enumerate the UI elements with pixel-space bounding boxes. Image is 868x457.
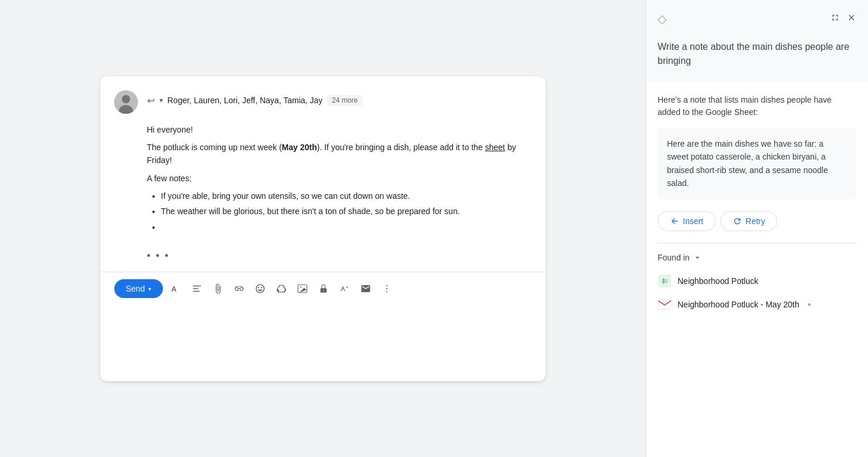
recipients: Roger, Lauren, Lori, Jeff, Naya, Tamia, … xyxy=(168,96,323,105)
avatar xyxy=(114,90,138,114)
bullet-list: If you're able, bring your own utensils,… xyxy=(147,189,532,233)
insert-button[interactable]: Insert xyxy=(658,211,716,231)
email-meta: ↩ ▾ Roger, Lauren, Lori, Jeff, Naya, Tam… xyxy=(147,90,363,106)
send-label: Send xyxy=(126,284,145,293)
found-in-header[interactable]: Found in xyxy=(658,253,856,262)
bullet-item-2: The weather will be glorious, but there … xyxy=(161,205,532,218)
photo-icon[interactable] xyxy=(294,280,311,297)
avatar-image xyxy=(114,90,138,114)
ai-result-section: Here's a note that lists main dishes peo… xyxy=(646,82,868,457)
drive-icon[interactable] xyxy=(273,280,290,297)
retry-button[interactable]: Retry xyxy=(720,211,777,231)
found-item-label-1: Neighborhood Potluck xyxy=(678,276,758,286)
bullet-item-1: If you're able, bring your own utensils,… xyxy=(161,189,532,202)
svg-point-10 xyxy=(323,290,324,291)
found-item-dot: ● xyxy=(808,301,811,307)
expand-button[interactable] xyxy=(830,13,840,25)
lock-icon[interactable] xyxy=(315,280,332,297)
link-icon[interactable] xyxy=(231,280,247,297)
found-in-label: Found in xyxy=(658,253,689,262)
email-main: ↩ ▾ Roger, Lauren, Lori, Jeff, Naya, Tam… xyxy=(0,0,645,457)
close-button[interactable] xyxy=(847,13,856,25)
formatting-icon[interactable] xyxy=(189,280,205,297)
greeting: Hi everyone! xyxy=(147,123,532,136)
found-item-sheets[interactable]: Neighborhood Potluck xyxy=(658,269,856,293)
ai-result-intro: Here's a note that lists main dishes peo… xyxy=(658,94,856,119)
more-options-icon[interactable] xyxy=(379,280,395,297)
svg-point-12 xyxy=(386,288,387,289)
svg-text:A: A xyxy=(172,285,177,293)
reply-icon[interactable]: ↩ xyxy=(147,95,155,106)
retry-label: Retry xyxy=(746,216,765,226)
svg-rect-18 xyxy=(658,299,671,309)
bullet-item-3 xyxy=(161,221,532,233)
chevron-down-icon[interactable]: ▾ xyxy=(159,96,163,104)
ai-result-box: Here are the main dishes we have so far:… xyxy=(658,128,856,199)
potluck-line: The potluck is coming up next week (May … xyxy=(147,141,532,167)
svg-point-11 xyxy=(386,285,387,286)
sheet-link[interactable]: sheet xyxy=(485,143,505,152)
ai-actions: Insert Retry xyxy=(658,211,856,231)
gmail-icon xyxy=(658,297,672,312)
signature-icon[interactable] xyxy=(336,280,353,297)
app-container: ↩ ▾ Roger, Lauren, Lori, Jeff, Naya, Tam… xyxy=(0,0,868,457)
svg-point-8 xyxy=(300,286,301,287)
found-item-label-2: Neighborhood Potluck - May 20th xyxy=(678,300,799,309)
format-text-icon[interactable]: A xyxy=(168,280,184,297)
compose-toolbar: Send ▾ A xyxy=(100,272,546,310)
email-header: ↩ ▾ Roger, Lauren, Lori, Jeff, Naya, Tam… xyxy=(100,76,546,123)
email-body: Hi everyone! The potluck is coming up ne… xyxy=(100,123,546,246)
ai-panel: ◇ Write a note about the main dishes peo… xyxy=(645,0,868,457)
send-button[interactable]: Send ▾ xyxy=(114,279,164,298)
compose-dots: • • • xyxy=(100,245,546,267)
insert-label: Insert xyxy=(683,216,703,226)
schedule-icon[interactable] xyxy=(358,280,374,297)
ai-diamond-icon: ◇ xyxy=(658,12,666,26)
ai-panel-actions xyxy=(830,13,856,25)
notes-intro: A few notes: xyxy=(147,172,532,185)
ai-prompt: Write a note about the main dishes peopl… xyxy=(646,35,868,82)
svg-point-1 xyxy=(122,95,130,103)
attach-icon[interactable] xyxy=(210,280,226,297)
found-item-gmail[interactable]: Neighborhood Potluck - May 20th ● xyxy=(658,293,856,316)
sheets-icon xyxy=(658,274,672,288)
found-in-section: Found in Neighborhood Potluck xyxy=(658,243,856,316)
ai-panel-header: ◇ xyxy=(646,0,868,35)
svg-rect-14 xyxy=(662,277,668,284)
send-dropdown-arrow[interactable]: ▾ xyxy=(148,286,151,292)
svg-point-13 xyxy=(386,291,387,292)
emoji-icon[interactable] xyxy=(252,280,268,297)
more-badge[interactable]: 24 more xyxy=(327,95,362,106)
email-card: ↩ ▾ Roger, Lauren, Lori, Jeff, Naya, Tam… xyxy=(100,76,546,381)
